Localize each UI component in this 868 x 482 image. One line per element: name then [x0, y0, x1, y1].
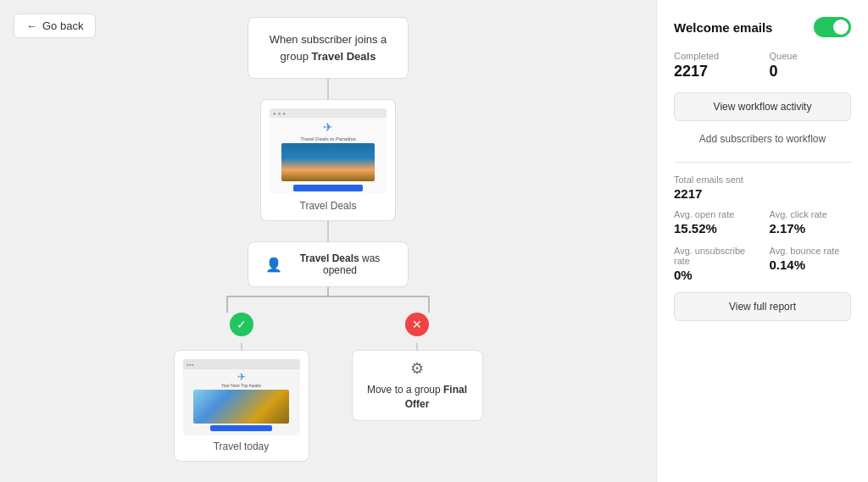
right-branch-line [428, 296, 430, 313]
sidebar-header: Welcome emails [674, 17, 851, 37]
unsub-bounce-row: Avg. unsubscribe rate 0% Avg. bounce rat… [674, 246, 851, 282]
toggle-slider [814, 17, 851, 37]
email-preview-2: ●●● ✈ Your Next Trip Awaits [183, 359, 300, 435]
open-click-row: Avg. open rate 15.52% Avg. click rate 2.… [674, 209, 851, 235]
workflow-toggle[interactable] [814, 17, 851, 37]
email-preview-1: ●●● ✈ Travel Deals to Paradise [270, 108, 387, 193]
plane-icon: ✈ [323, 120, 333, 134]
connector-1 [327, 79, 329, 99]
trigger-group-name: Travel Deals [311, 50, 376, 63]
unsub-rate-value: 0% [674, 268, 756, 282]
email-node[interactable]: ●●● ✈ Travel Deals to Paradise Travel De… [260, 99, 396, 221]
queue-label: Queue [770, 51, 852, 61]
ep2-header: ●●● [183, 359, 300, 369]
branch-lines [209, 287, 447, 313]
sidebar-divider [674, 162, 851, 163]
condition-icon: 👤 [265, 257, 282, 273]
view-activity-button[interactable]: View workflow activity [674, 92, 851, 121]
go-back-button[interactable]: ← Go back [14, 14, 96, 38]
click-rate-stat: Avg. click rate 2.17% [770, 209, 852, 235]
yes-badge: ✓ [230, 313, 253, 336]
unsub-rate-stat: Avg. unsubscribe rate 0% [674, 246, 756, 282]
completed-value: 2217 [674, 63, 756, 80]
email-image [281, 143, 375, 181]
condition-label-bold: Travel Deals [300, 252, 359, 264]
ep2-body: ✈ Your Next Trip Awaits [183, 369, 300, 435]
arrow-left-icon: ← [26, 19, 37, 32]
queue-stat: Queue 0 [770, 51, 852, 80]
queue-value: 0 [770, 63, 852, 80]
ep2-cta [210, 425, 273, 431]
bounce-rate-value: 0.14% [770, 258, 852, 272]
open-rate-label: Avg. open rate [674, 209, 756, 219]
email-node-2[interactable]: ●●● ✈ Your Next Trip Awaits Travel today [174, 350, 309, 462]
branch-no: ✕ ⚙ Move to a group Final Offer [352, 313, 483, 421]
completed-stat: Completed 2217 [674, 51, 756, 80]
open-rate-value: 15.52% [674, 221, 756, 235]
vert-split-top [327, 287, 329, 296]
action-prefix: Move to a group [367, 384, 441, 396]
action-content: ⚙ Move to a group Final Offer [361, 359, 474, 412]
branches: ✓ ●●● ✈ Your Next Trip Awaits [174, 313, 483, 462]
sidebar: Welcome emails Completed 2217 Queue 0 Vi… [656, 0, 868, 482]
trigger-node[interactable]: When subscriber joins a group Travel Dea… [248, 17, 409, 79]
branch-yes: ✓ ●●● ✈ Your Next Trip Awaits [174, 313, 309, 462]
trigger-group-prefix: group [281, 50, 309, 63]
yes-connector [241, 343, 242, 350]
email-preview-title-text: Travel Deals to Paradise [297, 136, 359, 141]
action-node[interactable]: ⚙ Move to a group Final Offer [352, 350, 483, 421]
action-label: Move to a group Final Offer [361, 383, 474, 412]
open-rate-stat: Avg. open rate 15.52% [674, 209, 756, 235]
workflow-canvas: ← Go back When subscriber joins a group … [0, 0, 656, 482]
view-full-report-button[interactable]: View full report [674, 292, 851, 321]
stats-row: Completed 2217 Queue 0 [674, 51, 851, 80]
click-rate-value: 2.17% [770, 221, 852, 235]
horiz-split [226, 296, 430, 297]
email-cta [293, 185, 364, 191]
no-badge: ✕ [405, 313, 429, 336]
ep2-title-text: Your Next Trip Awaits [221, 383, 261, 388]
workflow: When subscriber joins a group Travel Dea… [0, 0, 656, 479]
go-back-label: Go back [42, 19, 83, 32]
add-subscribers-button[interactable]: Add subscribers to workflow [674, 128, 851, 150]
completed-label: Completed [674, 51, 756, 61]
trigger-line1: When subscriber joins a [270, 33, 387, 46]
bounce-rate-stat: Avg. bounce rate 0.14% [770, 246, 852, 282]
condition-node[interactable]: 👤 Travel Deals was opened [248, 241, 409, 287]
sidebar-title: Welcome emails [674, 20, 772, 35]
email-preview-body: ✈ Travel Deals to Paradise [270, 118, 387, 193]
gear-icon: ⚙ [410, 359, 424, 378]
condition-label: Travel Deals was opened [289, 252, 391, 276]
total-emails-label: Total emails sent [674, 175, 851, 185]
total-emails-section: Total emails sent 2217 [674, 175, 851, 201]
email-node-label: Travel Deals [270, 200, 387, 212]
left-branch-line [226, 296, 228, 313]
total-emails-value: 2217 [674, 186, 851, 201]
ep2-image [193, 390, 290, 424]
click-rate-label: Avg. click rate [770, 209, 852, 219]
email-preview-header: ●●● [270, 108, 387, 118]
bounce-rate-label: Avg. bounce rate [770, 246, 852, 256]
connector-2 [327, 221, 329, 241]
no-connector [416, 343, 418, 350]
unsub-rate-label: Avg. unsubscribe rate [674, 246, 756, 266]
ep2-plane-icon: ✈ [237, 371, 246, 383]
email-node-2-label: Travel today [183, 440, 300, 452]
